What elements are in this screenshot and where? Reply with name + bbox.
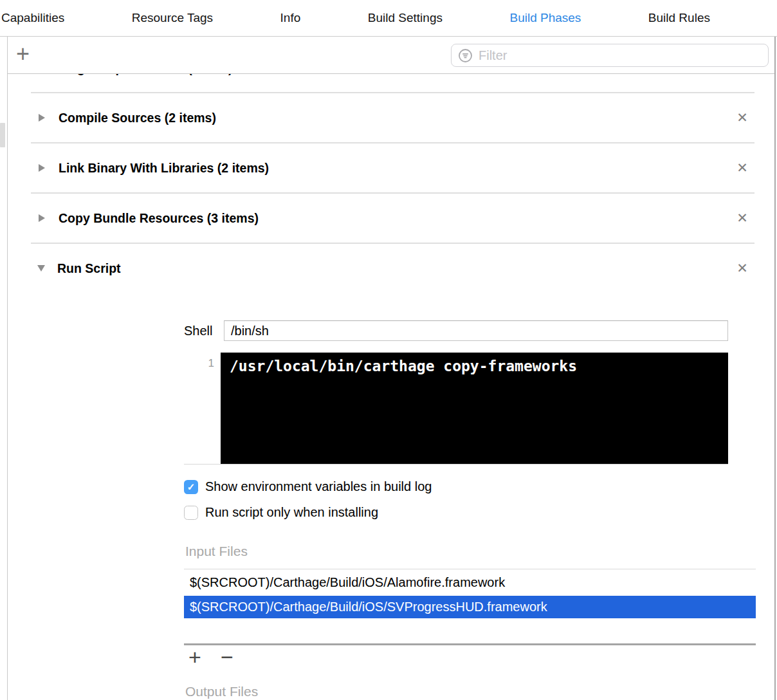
disclosure-collapsed-icon[interactable] bbox=[39, 164, 45, 172]
build-phases-pane: Capabilities Resource Tags Info Build Se… bbox=[0, 0, 777, 700]
phases-toolbar: + bbox=[8, 37, 774, 74]
pane-right-border bbox=[774, 37, 776, 700]
show-env-variables-option[interactable]: ✓ Show environment variables in build lo… bbox=[184, 479, 432, 494]
phase-row-target-dependencies-clipped[interactable]: Target Dependencies (1 item) bbox=[8, 74, 774, 92]
delete-phase-icon[interactable]: ✕ bbox=[735, 210, 749, 226]
shell-label: Shell bbox=[184, 324, 212, 338]
input-file-row-selected[interactable]: $(SRCROOT)/Carthage/Build/iOS/SVProgress… bbox=[184, 596, 756, 618]
phase-title: Link Binary With Libraries (2 items) bbox=[59, 161, 269, 176]
shell-input[interactable] bbox=[224, 321, 727, 340]
phases-list: Target Dependencies (1 item) Compile Sou… bbox=[8, 74, 774, 700]
phase-title: Compile Sources (2 items) bbox=[59, 111, 216, 125]
remove-input-file-button[interactable]: − bbox=[221, 646, 233, 668]
phase-row-link-binary[interactable]: Link Binary With Libraries (2 items) ✕ bbox=[8, 143, 774, 192]
input-file-path: $(SRCROOT)/Carthage/Build/iOS/Alamofire.… bbox=[190, 575, 505, 590]
tab-build-rules[interactable]: Build Rules bbox=[648, 11, 710, 25]
checkbox-label: Show environment variables in build log bbox=[205, 479, 432, 494]
run-only-when-installing-option[interactable]: Run script only when installing bbox=[184, 505, 378, 520]
input-file-path: $(SRCROOT)/Carthage/Build/iOS/SVProgress… bbox=[190, 600, 547, 614]
disclosure-collapsed-icon[interactable] bbox=[39, 214, 45, 222]
checkbox-label: Run script only when installing bbox=[205, 505, 378, 520]
disclosure-expanded-icon[interactable] bbox=[37, 265, 45, 272]
filter-icon bbox=[458, 48, 473, 63]
checkbox-checked[interactable]: ✓ bbox=[184, 480, 198, 494]
checkmark-icon: ✓ bbox=[187, 482, 196, 492]
input-files-label: Input Files bbox=[185, 544, 248, 559]
add-input-file-button[interactable]: + bbox=[188, 646, 201, 668]
delete-phase-icon[interactable]: ✕ bbox=[735, 261, 749, 276]
run-script-body: Shell 1 /usr/local/bin/carthage copy-fra… bbox=[8, 293, 774, 700]
phase-title: Target Dependencies (1 item) bbox=[8, 74, 774, 77]
filter-field[interactable] bbox=[451, 44, 769, 67]
tab-build-settings[interactable]: Build Settings bbox=[368, 11, 443, 25]
tab-capabilities[interactable]: Capabilities bbox=[1, 11, 64, 25]
disclosure-collapsed-icon[interactable] bbox=[39, 114, 45, 122]
delete-phase-icon[interactable]: ✕ bbox=[735, 110, 749, 125]
phase-row-compile-sources[interactable]: Compile Sources (2 items) ✕ bbox=[8, 93, 774, 142]
line-number-gutter: 1 bbox=[184, 353, 221, 464]
script-text[interactable]: /usr/local/bin/carthage copy-frameworks bbox=[221, 353, 728, 464]
phase-title: Run Script bbox=[57, 261, 121, 276]
tab-build-phases[interactable]: Build Phases bbox=[509, 11, 581, 25]
editor-tab-bar: Capabilities Resource Tags Info Build Se… bbox=[0, 0, 777, 37]
output-files-label: Output Files bbox=[185, 684, 258, 699]
delete-phase-icon[interactable]: ✕ bbox=[735, 160, 749, 176]
input-file-row[interactable]: $(SRCROOT)/Carthage/Build/iOS/Alamofire.… bbox=[184, 569, 756, 596]
filter-input[interactable] bbox=[479, 48, 762, 63]
phase-row-run-script[interactable]: Run Script ✕ bbox=[8, 244, 774, 293]
phase-row-copy-bundle-resources[interactable]: Copy Bundle Resources (3 items) ✕ bbox=[8, 194, 774, 243]
script-editor[interactable]: 1 /usr/local/bin/carthage copy-framework… bbox=[184, 353, 728, 465]
checkbox-unchecked[interactable] bbox=[184, 506, 198, 520]
line-number: 1 bbox=[208, 357, 214, 369]
shell-field bbox=[224, 320, 728, 341]
splitter-handle[interactable] bbox=[0, 123, 5, 147]
tab-info[interactable]: Info bbox=[280, 11, 301, 25]
tab-resource-tags[interactable]: Resource Tags bbox=[132, 11, 213, 25]
phase-title: Copy Bundle Resources (3 items) bbox=[59, 211, 259, 226]
add-phase-button[interactable]: + bbox=[16, 41, 30, 67]
input-files-table-bottom-border bbox=[184, 643, 756, 645]
